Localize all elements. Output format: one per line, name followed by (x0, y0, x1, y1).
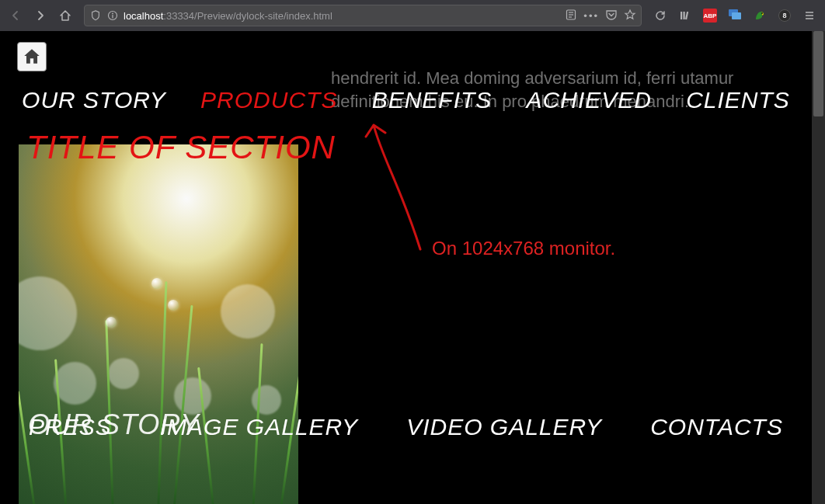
page-content: hendrerit id. Mea doming adversarium id,… (5, 36, 807, 499)
url-bar[interactable]: localhost:33334/Preview/dylock-site/inde… (84, 5, 642, 26)
eight-ball-icon[interactable]: 8 (774, 5, 795, 26)
nav-video-gallery[interactable]: Video Gallery (406, 414, 602, 440)
site-info-icon[interactable] (106, 9, 119, 22)
browser-toolbar: localhost:33334/Preview/dylock-site/inde… (0, 0, 825, 31)
page-actions-icon[interactable]: ••• (583, 10, 599, 22)
back-button[interactable] (5, 5, 26, 26)
reload-button[interactable] (649, 5, 671, 26)
reader-mode-icon[interactable] (565, 9, 577, 23)
section-image (19, 144, 298, 504)
site-home-icon[interactable] (17, 42, 47, 71)
scrollbar-thumb[interactable] (813, 31, 823, 116)
bookmark-star-icon[interactable] (624, 9, 636, 23)
hamburger-menu-icon[interactable] (799, 5, 820, 26)
nav-products[interactable]: Products (200, 87, 337, 113)
library-icon[interactable] (674, 5, 696, 26)
top-nav: Our Story Products Benefits Achieved Cli… (5, 87, 807, 113)
annotation-arrow-icon (358, 117, 436, 257)
svg-rect-8 (684, 12, 685, 19)
section-title: Title of Section (26, 129, 336, 166)
svg-rect-9 (685, 12, 688, 19)
nav-clients[interactable]: Clients (686, 87, 790, 113)
tracking-shield-icon[interactable] (89, 9, 102, 22)
svg-point-10 (761, 12, 763, 14)
nav-benefits[interactable]: Benefits (372, 87, 493, 113)
nav-achieved[interactable]: Achieved (527, 87, 652, 113)
pocket-icon[interactable] (605, 9, 618, 23)
forward-button[interactable] (30, 5, 51, 26)
home-button[interactable] (54, 5, 76, 26)
annotation-text: On 1024x768 monitor. (432, 238, 615, 259)
nav-contacts[interactable]: Contacts (650, 414, 783, 440)
svg-point-1 (112, 13, 113, 15)
image-overlay-title: Our Story (28, 408, 200, 441)
svg-rect-7 (681, 12, 682, 19)
adblock-plus-icon[interactable]: ABP (699, 5, 721, 26)
svg-rect-2 (112, 15, 113, 18)
parrot-extension-icon[interactable] (749, 5, 771, 26)
nav-our-story[interactable]: Our Story (22, 87, 166, 113)
url-text: localhost:33334/Preview/dylock-site/inde… (124, 10, 560, 22)
tab-stack-icon[interactable] (724, 5, 746, 26)
vertical-scrollbar[interactable] (812, 31, 825, 504)
